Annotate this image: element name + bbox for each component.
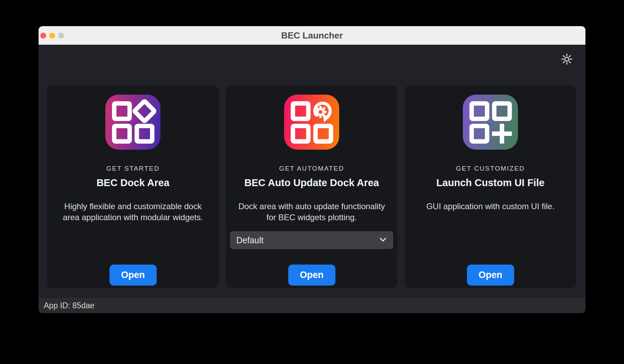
card-auto-update-dock-area: GET AUTOMATED BEC Auto Update Dock Area … [226,85,397,288]
card-bec-dock-area: GET STARTED BEC Dock Area Highly flexibl… [47,85,219,288]
chevron-down-icon [378,235,388,246]
card-title: BEC Auto Update Dock Area [244,177,379,189]
card-title: BEC Dock Area [96,177,169,189]
card-eyebrow: GET CUSTOMIZED [456,165,525,172]
card-description: Highly flexible and customizable dock ar… [53,201,213,223]
card-eyebrow: GET AUTOMATED [279,165,344,172]
theme-toggle-button[interactable] [560,52,574,67]
auto-update-icon [284,95,339,150]
open-dock-area-button[interactable]: Open [110,265,157,286]
open-custom-ui-button[interactable]: Open [467,265,514,286]
custom-ui-icon [463,95,518,150]
bec-launcher-window: BEC Launcher [39,26,585,313]
window-title: BEC Launcher [281,30,343,41]
close-button[interactable] [40,33,46,39]
app-id-text: App ID: 85dae [44,301,94,310]
statusbar: App ID: 85dae [39,298,585,313]
card-eyebrow: GET STARTED [106,165,159,172]
zoom-button[interactable] [58,33,64,39]
sun-icon [560,52,574,67]
launcher-cards: GET STARTED BEC Dock Area Highly flexibl… [47,85,576,288]
titlebar: BEC Launcher [39,26,585,45]
card-title: Launch Custom UI File [436,177,544,189]
card-description: GUI application with custom UI file. [423,201,558,212]
minimize-button[interactable] [49,33,55,39]
environment-select-value: Default [236,235,263,245]
card-description: Dock area with auto update functionality… [232,201,392,223]
window-content: GET STARTED BEC Dock Area Highly flexibl… [39,45,585,313]
dock-area-icon [105,95,160,150]
traffic-lights [40,26,64,45]
open-auto-update-button[interactable]: Open [288,265,335,286]
card-launch-custom-ui: GET CUSTOMIZED Launch Custom UI File GUI… [405,85,576,288]
environment-select[interactable]: Default [230,231,393,249]
